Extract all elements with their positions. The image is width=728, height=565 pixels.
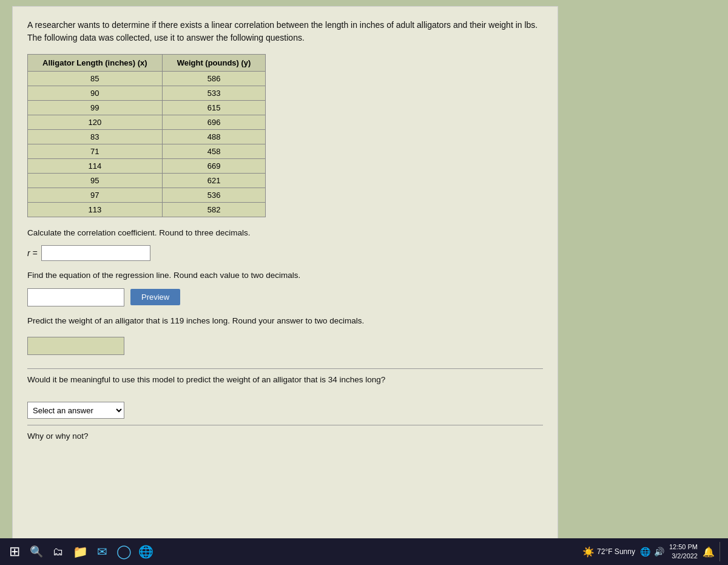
table-row: 71458 <box>28 144 266 159</box>
start-button[interactable]: ⊞ <box>5 542 24 561</box>
table-cell-y: 669 <box>162 159 266 174</box>
table-row: 95621 <box>28 174 266 188</box>
why-label: Why or why not? <box>27 431 543 441</box>
table-cell-x: 90 <box>28 86 163 101</box>
table-cell-x: 120 <box>28 115 163 130</box>
r-label: r = <box>27 248 38 258</box>
table-row: 120696 <box>28 115 266 130</box>
table-cell-y: 696 <box>162 115 266 130</box>
volume-icon: 🔊 <box>654 547 664 557</box>
table-cell-y: 586 <box>162 72 266 86</box>
table-cell-x: 97 <box>28 188 163 203</box>
show-desktop-button[interactable] <box>720 542 723 561</box>
network-icon: 🌐 <box>640 547 650 557</box>
table-row: 113582 <box>28 203 266 217</box>
table-cell-x: 114 <box>28 159 163 174</box>
table-cell-y: 533 <box>162 86 266 101</box>
clock-date: 3/2/2022 <box>669 552 698 561</box>
meaningful-section: Would it be meaningful to use this model… <box>27 374 543 419</box>
regression-label: Find the equation of the regression line… <box>27 269 543 282</box>
divider <box>27 368 543 369</box>
table-row: 90533 <box>28 86 266 101</box>
table-cell-x: 83 <box>28 130 163 144</box>
table-cell-y: 536 <box>162 188 266 203</box>
regression-input[interactable] <box>27 288 124 306</box>
weather-icon: ☀️ <box>582 546 595 558</box>
predict-input[interactable] <box>27 337 124 355</box>
table-cell-x: 71 <box>28 144 163 159</box>
cortana-button[interactable]: ◯ <box>114 542 133 561</box>
clock-time: 12:50 PM <box>669 543 698 552</box>
table-row: 83488 <box>28 130 266 144</box>
weather-info: ☀️ 72°F Sunny <box>582 546 635 558</box>
predict-label: Predict the weight of an alligator that … <box>27 315 543 327</box>
data-table: Alligator Length (inches) (x) Weight (po… <box>27 54 266 217</box>
weather-text: 72°F Sunny <box>597 547 635 556</box>
file-explorer-button[interactable]: 📁 <box>70 542 90 561</box>
table-cell-y: 488 <box>162 130 266 144</box>
table-cell-y: 621 <box>162 174 266 188</box>
divider2 <box>27 425 543 425</box>
table-cell-y: 615 <box>162 101 266 115</box>
main-content: A researcher wants to determine if there… <box>12 6 558 540</box>
meaningful-label: Would it be meaningful to use this model… <box>27 374 543 386</box>
regression-row: Preview <box>27 288 543 306</box>
table-cell-x: 95 <box>28 174 163 188</box>
taskbar-right: ☀️ 72°F Sunny 🌐 🔊 12:50 PM 3/2/2022 🔔 <box>582 542 723 561</box>
r-row: r = <box>27 245 543 261</box>
table-cell-x: 99 <box>28 101 163 115</box>
intro-text: A researcher wants to determine if there… <box>27 19 543 44</box>
search-button[interactable]: 🔍 <box>27 542 46 561</box>
table-row: 114669 <box>28 159 266 174</box>
table-row: 85586 <box>28 72 266 86</box>
table-cell-y: 582 <box>162 203 266 217</box>
table-row: 99615 <box>28 101 266 115</box>
taskbar-left: ⊞ 🔍 🗂 📁 ✉ ◯ 🌐 <box>5 542 155 561</box>
preview-button[interactable]: Preview <box>130 289 180 305</box>
correlation-label: Calculate the correlation coefficient. R… <box>27 227 543 239</box>
col1-header: Alligator Length (inches) (x) <box>28 55 163 72</box>
table-cell-x: 85 <box>28 72 163 86</box>
table-cell-x: 113 <box>28 203 163 217</box>
sys-icons: 🌐 🔊 <box>640 547 664 557</box>
notifications-button[interactable]: 🔔 <box>703 546 715 558</box>
predict-input-wrapper <box>27 333 543 364</box>
mail-button[interactable]: ✉ <box>92 542 112 561</box>
col2-header: Weight (pounds) (y) <box>162 55 266 72</box>
select-answer-dropdown[interactable]: Select an answerYesNo <box>27 402 124 419</box>
clock-section: 12:50 PM 3/2/2022 <box>669 543 698 561</box>
table-cell-y: 458 <box>162 144 266 159</box>
table-row: 97536 <box>28 188 266 203</box>
taskbar: ⊞ 🔍 🗂 📁 ✉ ◯ 🌐 ☀️ 72°F Sunny 🌐 🔊 12:50 PM… <box>0 538 728 565</box>
task-view-button[interactable]: 🗂 <box>49 542 68 561</box>
r-input[interactable] <box>41 245 150 261</box>
chrome-button[interactable]: 🌐 <box>136 542 155 561</box>
